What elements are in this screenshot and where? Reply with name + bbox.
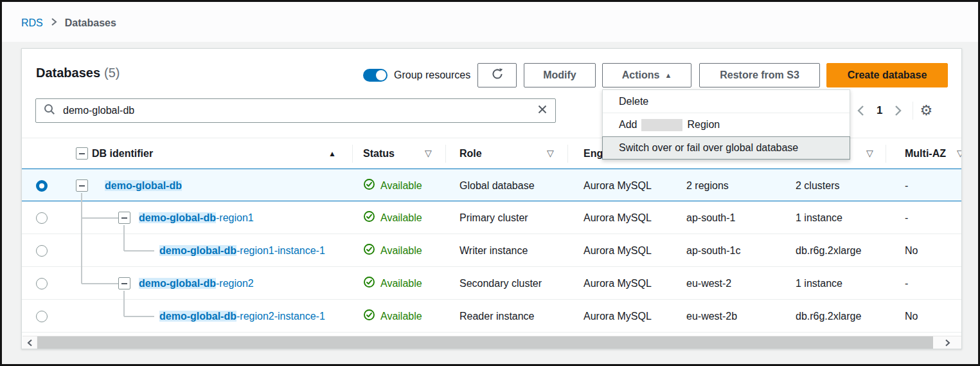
menu-item-delete[interactable]: Delete (603, 90, 850, 113)
pagination: 1 ⚙ (853, 102, 932, 120)
filter-icon-multi-az[interactable]: ▽ (957, 148, 962, 158)
status-text: Available (380, 212, 422, 224)
breadcrumb-rds-link[interactable]: RDS (21, 17, 43, 29)
multi-az-cell: No (905, 234, 918, 267)
actions-dropdown-menu: Delete AddRegion Switch over or fail ove… (602, 89, 850, 160)
create-database-button[interactable]: Create database (826, 63, 948, 87)
column-header-role[interactable]: Role (459, 138, 482, 169)
menu-item-add-region[interactable]: AddRegion (603, 113, 850, 136)
scroll-right-icon[interactable] (933, 336, 961, 349)
row-radio-selected[interactable] (36, 180, 48, 192)
scroll-left-icon[interactable] (22, 336, 37, 349)
breadcrumb: RDS Databases (21, 17, 116, 29)
collapse-row-icon[interactable] (76, 179, 88, 192)
modify-button[interactable]: Modify (524, 63, 596, 87)
toggle-knob (376, 70, 386, 80)
restore-from-s3-button[interactable]: Restore from S3 (699, 63, 820, 87)
engine-cell: Aurora MySQL (584, 234, 652, 267)
caret-up-icon: ▲ (664, 72, 672, 79)
menu-item-switch-over-failover[interactable]: Switch over or fail over global database (602, 136, 850, 160)
panel-title: Databases(5) (36, 66, 120, 80)
preferences-gear-icon[interactable]: ⚙ (920, 104, 932, 118)
row-radio[interactable] (36, 311, 48, 322)
current-page-number[interactable]: 1 (869, 104, 890, 117)
db-identifier-link[interactable]: demo-global-db-region1 (139, 212, 254, 224)
pagination-divider (913, 102, 913, 120)
engine-cell: Aurora MySQL (584, 300, 652, 333)
panel-title-text: Databases (36, 66, 100, 80)
table-row[interactable]: demo-global-db-region1 Available Primary… (22, 201, 961, 234)
chevron-right-icon (51, 17, 57, 29)
collapse-all-icon[interactable] (76, 147, 88, 160)
column-divider (886, 145, 886, 163)
column-divider (445, 145, 446, 163)
role-cell: Global database (459, 169, 535, 202)
filter-search-box (35, 98, 556, 123)
panel-count: (5) (104, 66, 120, 80)
region-az-cell: eu-west-2 (686, 267, 731, 300)
row-radio[interactable] (36, 212, 48, 224)
search-input[interactable] (62, 104, 531, 117)
status-text: Available (380, 278, 422, 289)
column-header-multi-az[interactable]: Multi-AZ (905, 138, 946, 169)
redacted-text (641, 119, 682, 131)
status-available-icon (363, 309, 375, 324)
table-row[interactable]: demo-global-db-region2-instance-1 Availa… (22, 300, 961, 333)
group-resources-label: Group resources (394, 69, 470, 81)
column-header-status[interactable]: Status (363, 138, 395, 169)
size-cell: 1 instance (796, 201, 842, 234)
engine-cell: Aurora MySQL (584, 267, 652, 300)
actions-button[interactable]: Actions ▲ (602, 63, 691, 87)
status-available-icon (363, 243, 375, 258)
create-button-label: Create database (848, 69, 927, 81)
size-cell: db.r6g.2xlarge (796, 234, 861, 267)
role-cell: Writer instance (459, 234, 528, 267)
multi-az-cell: - (905, 201, 908, 234)
filter-icon-status[interactable]: ▽ (425, 148, 432, 158)
engine-cell: Aurora MySQL (584, 169, 652, 202)
multi-az-cell: - (905, 267, 908, 300)
db-identifier-link[interactable]: demo-global-db-region2-instance-1 (159, 311, 325, 322)
table-row[interactable]: demo-global-db Available Global database… (22, 169, 961, 201)
scrollbar-thumb[interactable] (37, 336, 933, 349)
region-az-cell: 2 regions (686, 169, 729, 202)
status-text: Available (380, 245, 422, 257)
horizontal-scrollbar[interactable] (22, 336, 961, 349)
column-divider (352, 145, 353, 163)
refresh-button[interactable] (477, 63, 517, 87)
table-row[interactable]: demo-global-db-region2 Available Seconda… (22, 267, 961, 300)
role-cell: Primary cluster (459, 201, 528, 234)
row-radio[interactable] (36, 245, 48, 257)
engine-cell: Aurora MySQL (584, 201, 652, 234)
row-radio[interactable] (36, 278, 48, 289)
db-identifier-link[interactable]: demo-global-db (105, 180, 182, 192)
status-available-icon (363, 178, 375, 193)
collapse-row-icon[interactable] (118, 277, 130, 289)
column-divider (567, 145, 568, 163)
restore-button-label: Restore from S3 (720, 69, 799, 81)
modify-button-label: Modify (543, 69, 576, 81)
collapse-row-icon[interactable] (118, 212, 130, 224)
filter-icon-size[interactable]: ▽ (866, 148, 873, 158)
status-available-icon (363, 210, 375, 225)
top-strip (2, 2, 978, 42)
db-identifier-link[interactable]: demo-global-db-region1-instance-1 (159, 245, 325, 257)
region-az-cell: ap-south-1c (686, 234, 741, 267)
refresh-icon (491, 68, 504, 83)
size-cell: 2 clusters (796, 169, 839, 202)
group-resources-toggle[interactable] (363, 69, 388, 82)
sort-ascending-icon[interactable]: ▲ (328, 149, 336, 158)
actions-button-label: Actions (622, 69, 660, 81)
multi-az-cell: - (905, 169, 908, 202)
previous-page-icon[interactable] (853, 102, 869, 119)
next-page-icon[interactable] (890, 102, 906, 119)
column-header-db-identifier[interactable]: DB identifier (92, 138, 153, 169)
status-text: Available (380, 311, 422, 322)
table-row[interactable]: demo-global-db-region1-instance-1 Availa… (22, 234, 961, 267)
status-text: Available (380, 180, 422, 192)
clear-search-icon[interactable] (537, 104, 548, 117)
multi-az-cell: No (905, 300, 918, 333)
role-cell: Secondary cluster (459, 267, 542, 300)
filter-icon-role[interactable]: ▽ (547, 148, 554, 158)
db-identifier-link[interactable]: demo-global-db-region2 (139, 278, 254, 289)
